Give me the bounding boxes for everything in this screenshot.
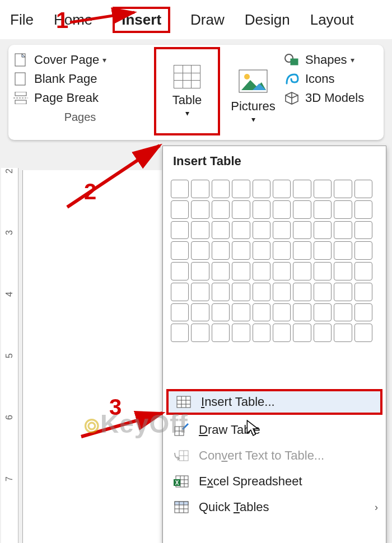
shapes-label: Shapes (305, 53, 347, 67)
blank-page-button[interactable]: Blank Page (13, 72, 147, 86)
menu-excel-spreadsheet[interactable]: X Excel Spreadsheet (163, 469, 386, 494)
menu-title: Insert Table (163, 146, 386, 176)
tab-file[interactable]: File (10, 11, 34, 29)
page-break-icon (13, 91, 29, 105)
tab-draw[interactable]: Draw (190, 11, 225, 29)
page-break-button[interactable]: Page Break (13, 91, 147, 105)
quick-tables-icon (173, 500, 190, 514)
document-page[interactable] (22, 170, 162, 543)
ruler-mark: 6 (4, 415, 15, 420)
svg-rect-11 (177, 396, 190, 408)
app-window: File 1 Home Insert Draw Design Layout Co… (0, 0, 392, 543)
chevron-down-icon: ▾ (102, 55, 106, 64)
table-dropdown-menu: Insert Table Insert Table... Draw Table (162, 146, 386, 543)
tab-layout[interactable]: Layout (310, 11, 354, 29)
table-label: Table (172, 93, 202, 107)
table-size-grid[interactable] (171, 180, 372, 342)
watermark: ⌾KeyOff (84, 409, 188, 439)
shapes-icon (284, 53, 300, 67)
pictures-icon (238, 69, 268, 96)
chevron-down-icon: ▾ (251, 115, 255, 124)
menu-convert-text-label: Convert Text to Table... (199, 448, 324, 463)
pictures-dropdown-button[interactable]: Pictures ▾ (222, 45, 284, 140)
blank-page-label: Blank Page (34, 72, 97, 86)
menu-convert-text: Convert Text to Table... (163, 443, 386, 469)
icons-label: Icons (305, 72, 335, 86)
cover-page-button[interactable]: Cover Page▾ (13, 53, 147, 67)
tab-design[interactable]: Design (245, 11, 290, 29)
tab-insert[interactable]: Insert (113, 7, 170, 33)
annotation-2: 2 (84, 179, 96, 204)
ribbon-tabs: File 1 Home Insert Draw Design Layout (0, 0, 392, 39)
menu-insert-table-label: Insert Table... (201, 395, 275, 409)
3d-models-button[interactable]: 3D Models (284, 91, 364, 105)
excel-icon: X (173, 474, 190, 489)
svg-rect-2 (15, 73, 25, 85)
cube-icon (284, 91, 300, 105)
ruler-mark: 7 (4, 476, 15, 481)
ribbon-insert: Cover Page▾ Blank Page Page Break Pages … (8, 45, 384, 140)
cover-page-icon (13, 53, 29, 67)
menu-excel-label: Excel Spreadsheet (199, 474, 302, 489)
svg-point-7 (244, 74, 250, 79)
chevron-right-icon: › (375, 502, 378, 513)
menu-draw-table-label: Draw Table (199, 423, 260, 437)
3d-models-label: 3D Models (305, 91, 364, 105)
cover-page-label: Cover Page (34, 53, 99, 67)
table-dropdown-button[interactable]: Table ▾ (154, 47, 220, 135)
blank-page-icon (13, 72, 29, 86)
svg-rect-5 (15, 100, 26, 104)
menu-quick-tables[interactable]: Quick Tables › (163, 494, 386, 520)
chevron-down-icon: ▾ (351, 55, 354, 64)
vertical-ruler: 2 3 4 5 6 7 (1, 168, 18, 543)
insert-table-icon (175, 395, 192, 409)
svg-rect-9 (291, 59, 298, 65)
convert-text-icon (173, 448, 190, 463)
ruler-mark: 5 (4, 353, 15, 358)
svg-rect-3 (15, 92, 26, 96)
menu-draw-table[interactable]: Draw Table (163, 417, 386, 443)
svg-text:X: X (175, 480, 179, 486)
watermark-ring-icon: ⌾ (84, 409, 100, 438)
group-illustrations: Shapes▾ Icons 3D Models (284, 45, 364, 140)
icons-icon (284, 72, 300, 86)
page-break-label: Page Break (34, 91, 99, 105)
ruler-mark: 3 (4, 230, 15, 235)
chevron-down-icon: ▾ (185, 109, 189, 118)
menu-quick-tables-label: Quick Tables (199, 500, 269, 514)
shapes-button[interactable]: Shapes▾ (284, 53, 364, 67)
group-pages-label: Pages (13, 111, 147, 124)
svg-rect-30 (175, 502, 188, 505)
table-icon (174, 65, 200, 88)
annotation-1: 1 (56, 8, 68, 33)
group-pages: Cover Page▾ Blank Page Page Break Pages (8, 45, 152, 140)
ruler-mark: 2 (4, 168, 15, 174)
menu-insert-table[interactable]: Insert Table... (166, 389, 382, 415)
pictures-label: Pictures (231, 99, 275, 114)
icons-button[interactable]: Icons (284, 72, 364, 86)
ruler-mark: 4 (4, 292, 15, 297)
